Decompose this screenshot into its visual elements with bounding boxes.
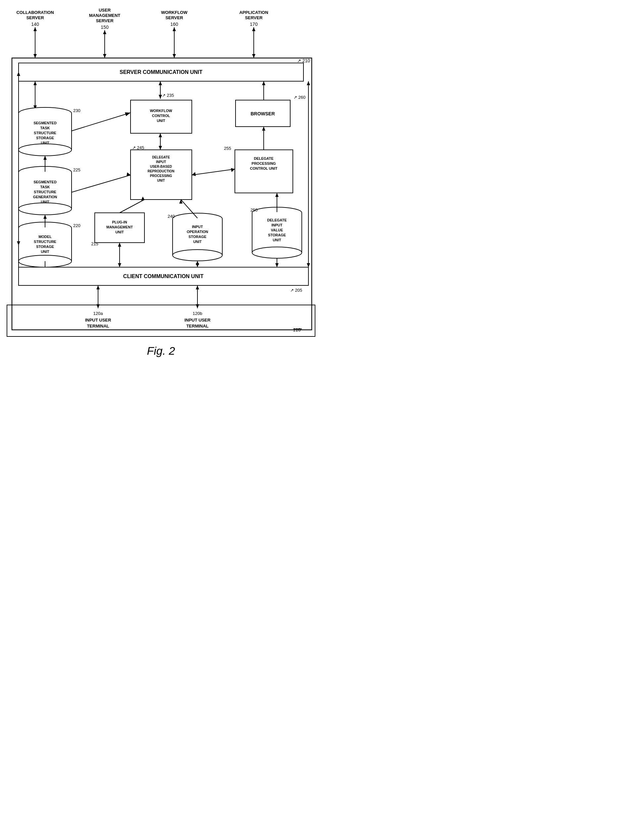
fig-label: Fig. 2: [147, 344, 175, 357]
seg-storage-text5: UNIT: [41, 141, 49, 145]
plugin-text2: MANAGEMENT: [106, 225, 133, 229]
num-235: ↗ 235: [162, 93, 174, 98]
svg-marker-65: [275, 263, 279, 267]
svg-marker-51: [196, 261, 199, 265]
app-server-number: 170: [250, 21, 258, 27]
svg-marker-1: [33, 54, 37, 58]
svg-marker-7: [172, 54, 176, 58]
terminal-b-label2: TERMINAL: [186, 324, 209, 329]
svg-marker-43: [118, 243, 121, 247]
plugin-text3: UNIT: [115, 230, 124, 234]
server-comm-label: SERVER COMMUNICATION UNIT: [120, 69, 202, 75]
workflow-server-label: WORKFLOW: [161, 10, 187, 15]
diu-text6: UNIT: [157, 179, 165, 182]
svg-marker-63: [275, 193, 279, 197]
dpc-text2: PROCESSING: [251, 161, 276, 165]
user-mgmt-label: USER: [99, 8, 111, 13]
diagram-wrapper: COLLABORATION SERVER 140 USER MANAGEMENT…: [5, 7, 317, 399]
dpc-text1: DELEGATE: [254, 156, 273, 160]
svg-marker-2: [33, 27, 37, 31]
svg-marker-42: [118, 263, 121, 267]
svg-line-80: [72, 175, 130, 192]
terminal-b-number: 120b: [193, 311, 202, 316]
svg-marker-55: [262, 127, 265, 131]
dval-text2: INPUT: [272, 223, 283, 227]
terminal-b-label1: INPUT USER: [184, 318, 211, 323]
dpc-text3: CONTROL UNIT: [250, 166, 278, 170]
terminals-box: [7, 305, 315, 336]
iops-text4: UNIT: [193, 240, 202, 244]
num-215: 215: [91, 241, 99, 246]
model-text1: MODEL: [38, 235, 52, 239]
num-250: 250: [250, 207, 258, 212]
svg-marker-71: [307, 81, 310, 85]
diu-text2: INPUT: [156, 160, 166, 164]
iops-text1: INPUT: [192, 225, 203, 229]
seg-storage-text2: TASK: [40, 126, 50, 130]
browser-label: BROWSER: [250, 111, 274, 116]
num-220: 220: [73, 223, 80, 228]
svg-marker-53: [262, 81, 265, 85]
num-245: ↗ 245: [132, 145, 144, 150]
num-205: ↗ 205: [290, 288, 302, 293]
diu-text4: REPRODUCTION: [148, 170, 174, 173]
svg-marker-78: [196, 285, 199, 290]
seg-gen-text1: SEGMENTED: [33, 180, 57, 184]
svg-marker-11: [252, 27, 255, 31]
collab-server-label2: SERVER: [26, 15, 44, 20]
diu-text3: USER-BASED: [150, 165, 172, 168]
num-260: ↗ 260: [294, 95, 306, 100]
svg-marker-5: [103, 30, 106, 34]
input-op-bottom: [172, 250, 222, 261]
dval-text5: UNIT: [273, 238, 281, 242]
workflow-server-number: 160: [170, 21, 178, 27]
svg-line-22: [72, 113, 130, 131]
svg-marker-4: [103, 54, 106, 58]
svg-marker-32: [43, 215, 47, 219]
workflow-server-label2: SERVER: [165, 15, 183, 20]
model-text4: UNIT: [41, 250, 49, 254]
num-225: 225: [73, 167, 80, 172]
svg-marker-38: [159, 133, 162, 137]
svg-marker-17: [159, 81, 162, 85]
model-text2: STRUCTURE: [34, 240, 56, 244]
svg-marker-37: [159, 146, 162, 150]
model-text3: STORAGE: [36, 245, 54, 249]
seg-gen-text2: TASK: [40, 185, 50, 189]
wf-text3: UNIT: [157, 119, 165, 123]
svg-marker-8: [172, 27, 176, 31]
collab-server-number: 140: [31, 21, 39, 27]
seg-storage-text4: STORAGE: [36, 136, 54, 140]
plugin-text1: PLUG-IN: [112, 220, 127, 224]
main-diagram: COLLABORATION SERVER 140 USER MANAGEMENT…: [5, 7, 317, 398]
num-255: 255: [224, 146, 231, 151]
svg-line-56: [192, 169, 235, 175]
dval-text3: VALUE: [271, 228, 283, 232]
seg-storage-bottom: [18, 144, 72, 156]
terminal-a-label2: TERMINAL: [87, 324, 109, 329]
iops-text2: OPERATION: [187, 230, 209, 234]
seg-gen-text4: GENERATION: [33, 195, 58, 199]
svg-marker-16: [159, 95, 162, 99]
svg-marker-14: [33, 81, 37, 85]
dval-text1: DELEGATE: [267, 218, 287, 222]
del-val-bottom: [252, 247, 302, 258]
seg-gen-text5: UNIT: [41, 200, 49, 204]
diu-text5: PROCESSING: [150, 174, 172, 178]
terminal-a-label1: INPUT USER: [85, 318, 111, 323]
user-mgmt-label2: MANAGEMENT: [89, 13, 121, 18]
num-240: 240: [168, 214, 175, 219]
svg-marker-10: [252, 54, 255, 58]
terminal-a-number: 120a: [94, 311, 104, 316]
seg-gen-text3: STRUCTURE: [34, 190, 56, 194]
wf-text1: WORKFLOW: [150, 109, 172, 113]
client-comm-label: CLIENT COMMUNICATION UNIT: [123, 273, 204, 279]
svg-marker-58: [192, 172, 196, 176]
app-server-label2: SERVER: [245, 15, 263, 20]
seg-gen-bottom: [18, 203, 72, 215]
num-230: 230: [73, 108, 80, 113]
main-box-number: ↗ 210: [297, 58, 310, 63]
app-server-label: APPLICATION: [239, 10, 268, 15]
svg-marker-75: [96, 285, 100, 290]
wf-text2: CONTROL: [152, 114, 170, 118]
